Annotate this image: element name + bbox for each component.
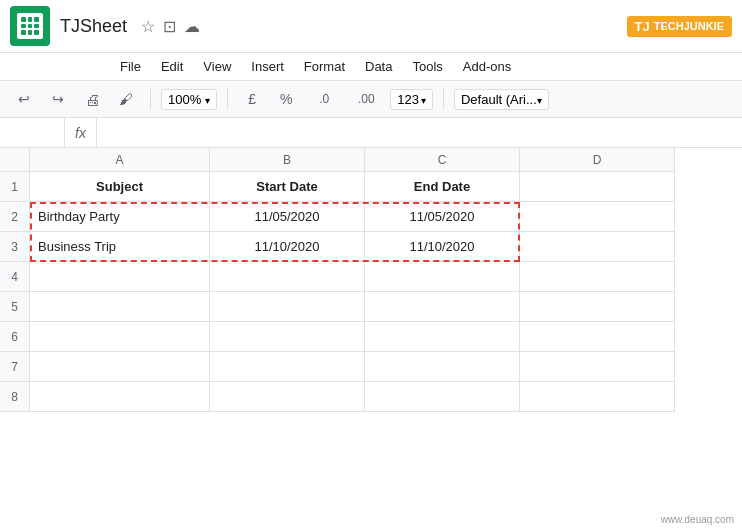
row-header-2[interactable]: 2 xyxy=(0,202,30,232)
cell-a5[interactable] xyxy=(30,292,210,322)
badge-text: TECHJUNKIE xyxy=(654,20,724,32)
decimal-increase-button[interactable]: .0 xyxy=(306,85,342,113)
menu-view[interactable]: View xyxy=(193,55,241,78)
cell-c5[interactable] xyxy=(365,292,520,322)
menu-data[interactable]: Data xyxy=(355,55,402,78)
cell-c6[interactable] xyxy=(365,322,520,352)
formula-input[interactable] xyxy=(97,125,742,140)
title-icons: ☆ ⊡ ☁ xyxy=(141,17,200,36)
col-header-d[interactable]: D xyxy=(520,148,675,172)
sheets-grid-icon xyxy=(17,13,43,39)
font-selector[interactable]: Default (Ari... xyxy=(454,89,549,110)
cell-b6[interactable] xyxy=(210,322,365,352)
menu-bar: File Edit View Insert Format Data Tools … xyxy=(0,53,742,81)
toolbar: 100% £ % .0 .00 123 Default (Ari... xyxy=(0,81,742,118)
menu-addons[interactable]: Add-ons xyxy=(453,55,521,78)
cell-b1[interactable]: Start Date xyxy=(210,172,365,202)
number-format-chevron-icon xyxy=(421,92,426,107)
cell-d3[interactable] xyxy=(520,232,675,262)
menu-file[interactable]: File xyxy=(110,55,151,78)
top-bar: TJSheet ☆ ⊡ ☁ TJ TECHJUNKIE xyxy=(0,0,742,53)
cell-c3[interactable]: 11/10/2020 xyxy=(365,232,520,262)
row-header-3[interactable]: 3 xyxy=(0,232,30,262)
corner-header xyxy=(0,148,30,172)
row-header-5[interactable]: 5 xyxy=(0,292,30,322)
zoom-chevron-icon xyxy=(205,92,210,107)
row-header-8[interactable]: 8 xyxy=(0,382,30,412)
cell-c1[interactable]: End Date xyxy=(365,172,520,202)
fx-label: fx xyxy=(65,118,97,147)
cell-b3[interactable]: 11/10/2020 xyxy=(210,232,365,262)
percent-button[interactable]: % xyxy=(272,85,300,113)
cell-d4[interactable] xyxy=(520,262,675,292)
cell-c2[interactable]: 11/05/2020 xyxy=(365,202,520,232)
zoom-selector[interactable]: 100% xyxy=(161,89,217,110)
paint-format-button[interactable] xyxy=(112,85,140,113)
cell-a1[interactable]: Subject xyxy=(30,172,210,202)
undo-button[interactable] xyxy=(10,85,38,113)
menu-insert[interactable]: Insert xyxy=(241,55,294,78)
spreadsheet: A B C D 1 Subject Start Date End Date 2 … xyxy=(0,148,742,412)
cell-d1[interactable] xyxy=(520,172,675,202)
cell-a2[interactable]: Birthday Party xyxy=(30,202,210,232)
formula-bar: fx xyxy=(0,118,742,148)
menu-edit[interactable]: Edit xyxy=(151,55,193,78)
cell-c4[interactable] xyxy=(365,262,520,292)
cell-d8[interactable] xyxy=(520,382,675,412)
star-icon[interactable]: ☆ xyxy=(141,17,155,36)
cell-a3[interactable]: Business Trip xyxy=(30,232,210,262)
menu-format[interactable]: Format xyxy=(294,55,355,78)
cell-a6[interactable] xyxy=(30,322,210,352)
tj-logo: TJ xyxy=(635,19,650,34)
cell-a8[interactable] xyxy=(30,382,210,412)
zoom-value: 100% xyxy=(168,92,201,107)
cell-a7[interactable] xyxy=(30,352,210,382)
separator-3 xyxy=(443,89,444,109)
techjunkie-badge: TJ TECHJUNKIE xyxy=(627,16,732,37)
cell-b7[interactable] xyxy=(210,352,365,382)
cell-c8[interactable] xyxy=(365,382,520,412)
separator-1 xyxy=(150,89,151,109)
row-header-7[interactable]: 7 xyxy=(0,352,30,382)
font-name-value: Default (Ari... xyxy=(461,92,537,107)
currency-button[interactable]: £ xyxy=(238,85,266,113)
cell-b2[interactable]: 11/05/2020 xyxy=(210,202,365,232)
cell-d6[interactable] xyxy=(520,322,675,352)
sheet-grid: A B C D 1 Subject Start Date End Date 2 … xyxy=(0,148,742,412)
drive-icon[interactable]: ⊡ xyxy=(163,17,176,36)
redo-button[interactable] xyxy=(44,85,72,113)
separator-2 xyxy=(227,89,228,109)
app-icon xyxy=(10,6,50,46)
print-button[interactable] xyxy=(78,85,106,113)
cell-d7[interactable] xyxy=(520,352,675,382)
cell-b5[interactable] xyxy=(210,292,365,322)
font-chevron-icon xyxy=(537,92,542,107)
menu-tools[interactable]: Tools xyxy=(402,55,452,78)
col-header-b[interactable]: B xyxy=(210,148,365,172)
document-title: TJSheet xyxy=(60,16,127,37)
cell-a4[interactable] xyxy=(30,262,210,292)
cell-b8[interactable] xyxy=(210,382,365,412)
col-header-c[interactable]: C xyxy=(365,148,520,172)
row-header-6[interactable]: 6 xyxy=(0,322,30,352)
cell-d5[interactable] xyxy=(520,292,675,322)
watermark: www.deuaq.com xyxy=(661,514,734,525)
col-header-a[interactable]: A xyxy=(30,148,210,172)
cloud-icon[interactable]: ☁ xyxy=(184,17,200,36)
number-format-value: 123 xyxy=(397,92,419,107)
number-format-selector[interactable]: 123 xyxy=(390,89,433,110)
cell-c7[interactable] xyxy=(365,352,520,382)
cell-reference[interactable] xyxy=(0,118,65,147)
row-header-1[interactable]: 1 xyxy=(0,172,30,202)
decimal-decrease-button[interactable]: .00 xyxy=(348,85,384,113)
row-header-4[interactable]: 4 xyxy=(0,262,30,292)
cell-d2[interactable] xyxy=(520,202,675,232)
cell-b4[interactable] xyxy=(210,262,365,292)
